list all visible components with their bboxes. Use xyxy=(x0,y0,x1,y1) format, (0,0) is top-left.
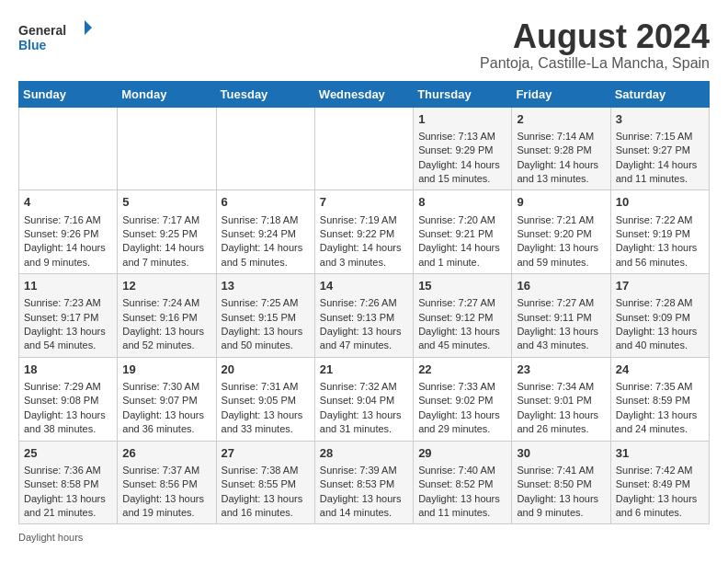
logo-svg: General Blue xyxy=(18,18,92,55)
calendar-week-row: 1Sunrise: 7:13 AMSunset: 9:29 PMDaylight… xyxy=(19,107,710,190)
day-number: 7 xyxy=(320,194,408,211)
day-number: 3 xyxy=(616,111,704,128)
calendar-cell: 8Sunrise: 7:20 AMSunset: 9:21 PMDaylight… xyxy=(414,190,512,274)
day-detail: Sunrise: 7:26 AM xyxy=(320,296,408,310)
day-detail: Daylight: 13 hours and 19 minutes. xyxy=(122,492,210,521)
day-detail: Daylight: 13 hours and 43 minutes. xyxy=(517,325,605,353)
day-number: 2 xyxy=(517,111,605,128)
day-detail: Daylight: 13 hours and 26 minutes. xyxy=(517,408,605,437)
day-detail: Sunset: 9:04 PM xyxy=(320,394,408,408)
calendar-cell: 1Sunrise: 7:13 AMSunset: 9:29 PMDaylight… xyxy=(414,107,512,190)
day-number: 16 xyxy=(517,278,605,294)
day-detail: Sunset: 9:16 PM xyxy=(122,311,210,325)
calendar-cell: 18Sunrise: 7:29 AMSunset: 9:08 PMDayligh… xyxy=(19,357,118,441)
weekday-header: Sunday xyxy=(19,81,118,107)
day-detail: Daylight: 13 hours and 29 minutes. xyxy=(418,408,506,437)
day-number: 22 xyxy=(418,362,506,378)
day-detail: Sunrise: 7:13 AM xyxy=(418,130,506,144)
day-detail: Sunrise: 7:42 AM xyxy=(616,464,704,477)
day-detail: Sunrise: 7:24 AM xyxy=(122,296,210,310)
day-detail: Daylight: 13 hours and 9 minutes. xyxy=(517,492,605,521)
day-detail: Sunset: 9:20 PM xyxy=(517,227,605,241)
weekday-header: Friday xyxy=(512,81,610,107)
day-detail: Sunrise: 7:17 AM xyxy=(122,213,210,227)
calendar-cell: 4Sunrise: 7:16 AMSunset: 9:26 PMDaylight… xyxy=(19,190,118,274)
day-detail: Daylight: 14 hours and 13 minutes. xyxy=(517,158,605,187)
day-detail: Sunset: 9:17 PM xyxy=(24,311,112,325)
day-detail: Sunrise: 7:20 AM xyxy=(418,213,506,227)
calendar-cell: 31Sunrise: 7:42 AMSunset: 8:49 PMDayligh… xyxy=(610,441,709,524)
day-number: 25 xyxy=(24,445,112,462)
day-detail: Sunset: 8:58 PM xyxy=(24,477,112,491)
day-detail: Sunset: 8:56 PM xyxy=(122,477,210,491)
day-detail: Sunrise: 7:38 AM xyxy=(222,464,310,477)
day-number: 4 xyxy=(24,194,112,211)
calendar-cell: 17Sunrise: 7:28 AMSunset: 9:09 PMDayligh… xyxy=(610,274,709,358)
day-detail: Daylight: 13 hours and 31 minutes. xyxy=(320,408,408,437)
day-detail: Sunrise: 7:34 AM xyxy=(517,380,605,394)
day-number: 13 xyxy=(222,278,310,294)
svg-text:General: General xyxy=(18,23,66,38)
day-detail: Daylight: 13 hours and 21 minutes. xyxy=(24,492,112,521)
day-detail: Daylight: 13 hours and 59 minutes. xyxy=(517,241,605,270)
day-number: 1 xyxy=(418,111,506,128)
weekday-header: Tuesday xyxy=(216,81,314,107)
day-detail: Sunrise: 7:36 AM xyxy=(24,464,112,477)
day-detail: Sunset: 9:01 PM xyxy=(517,394,605,408)
day-detail: Sunrise: 7:19 AM xyxy=(320,213,408,227)
day-detail: Sunrise: 7:29 AM xyxy=(24,380,112,394)
day-detail: Daylight: 13 hours and 33 minutes. xyxy=(222,408,310,437)
calendar-cell: 10Sunrise: 7:22 AMSunset: 9:19 PMDayligh… xyxy=(610,190,709,274)
day-detail: Sunrise: 7:28 AM xyxy=(616,296,704,310)
day-detail: Sunrise: 7:40 AM xyxy=(418,464,506,477)
logo: General Blue xyxy=(18,18,92,55)
day-detail: Sunrise: 7:35 AM xyxy=(616,380,704,394)
calendar-cell: 3Sunrise: 7:15 AMSunset: 9:27 PMDaylight… xyxy=(610,107,709,190)
day-detail: Sunrise: 7:15 AM xyxy=(616,130,704,144)
day-number: 31 xyxy=(616,445,704,462)
calendar-cell: 29Sunrise: 7:40 AMSunset: 8:52 PMDayligh… xyxy=(414,441,512,524)
day-detail: Daylight: 13 hours and 24 minutes. xyxy=(616,408,704,437)
day-detail: Daylight: 13 hours and 14 minutes. xyxy=(320,492,408,521)
calendar-cell: 16Sunrise: 7:27 AMSunset: 9:11 PMDayligh… xyxy=(512,274,610,358)
calendar-cell: 15Sunrise: 7:27 AMSunset: 9:12 PMDayligh… xyxy=(414,274,512,358)
day-detail: Daylight: 14 hours and 11 minutes. xyxy=(616,158,704,187)
day-detail: Sunset: 9:12 PM xyxy=(418,311,506,325)
day-number: 28 xyxy=(320,445,408,462)
title-area: August 2024 Pantoja, Castille-La Mancha,… xyxy=(480,18,710,72)
calendar-cell: 14Sunrise: 7:26 AMSunset: 9:13 PMDayligh… xyxy=(314,274,413,358)
day-detail: Daylight: 14 hours and 7 minutes. xyxy=(122,241,210,270)
day-detail: Sunset: 9:02 PM xyxy=(418,394,506,408)
calendar-cell: 13Sunrise: 7:25 AMSunset: 9:15 PMDayligh… xyxy=(216,274,314,358)
day-detail: Daylight: 13 hours and 54 minutes. xyxy=(24,325,112,353)
day-number: 15 xyxy=(418,278,506,294)
day-detail: Sunrise: 7:27 AM xyxy=(517,296,605,310)
day-detail: Sunset: 9:19 PM xyxy=(616,227,704,241)
weekday-header: Thursday xyxy=(414,81,512,107)
weekday-header: Wednesday xyxy=(314,81,413,107)
day-number: 21 xyxy=(320,362,408,378)
day-detail: Sunset: 9:28 PM xyxy=(517,144,605,157)
svg-marker-2 xyxy=(85,20,92,35)
footer-note: Daylight hours xyxy=(18,532,710,543)
day-number: 11 xyxy=(24,278,112,294)
calendar-cell: 5Sunrise: 7:17 AMSunset: 9:25 PMDaylight… xyxy=(118,190,216,274)
calendar-cell: 7Sunrise: 7:19 AMSunset: 9:22 PMDaylight… xyxy=(314,190,413,274)
day-number: 30 xyxy=(517,445,605,462)
day-detail: Sunrise: 7:25 AM xyxy=(222,296,310,310)
day-detail: Sunrise: 7:14 AM xyxy=(517,130,605,144)
day-detail: Sunset: 8:50 PM xyxy=(517,477,605,491)
day-detail: Sunset: 9:15 PM xyxy=(222,311,310,325)
day-number: 26 xyxy=(122,445,210,462)
day-detail: Daylight: 13 hours and 11 minutes. xyxy=(418,492,506,521)
calendar-cell: 26Sunrise: 7:37 AMSunset: 8:56 PMDayligh… xyxy=(118,441,216,524)
day-detail: Daylight: 13 hours and 40 minutes. xyxy=(616,325,704,353)
calendar-week-row: 25Sunrise: 7:36 AMSunset: 8:58 PMDayligh… xyxy=(19,441,710,524)
calendar-cell: 20Sunrise: 7:31 AMSunset: 9:05 PMDayligh… xyxy=(216,357,314,441)
calendar-cell: 6Sunrise: 7:18 AMSunset: 9:24 PMDaylight… xyxy=(216,190,314,274)
day-detail: Daylight: 13 hours and 56 minutes. xyxy=(616,241,704,270)
calendar-cell xyxy=(19,107,118,190)
day-detail: Sunset: 8:55 PM xyxy=(222,477,310,491)
day-number: 18 xyxy=(24,362,112,378)
calendar-cell: 12Sunrise: 7:24 AMSunset: 9:16 PMDayligh… xyxy=(118,274,216,358)
